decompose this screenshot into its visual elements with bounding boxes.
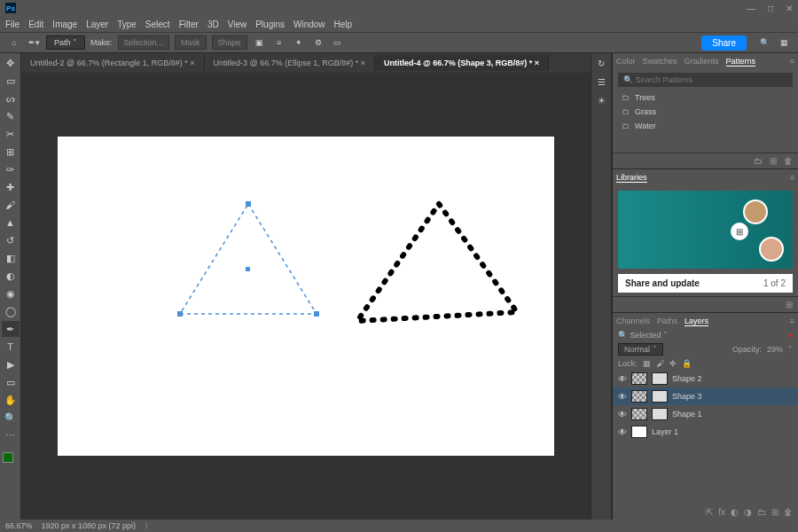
history-panel-icon[interactable]: ↻ bbox=[598, 59, 605, 68]
group-icon[interactable]: 🗀 bbox=[757, 507, 766, 517]
layer-row-shape-2[interactable]: 👁 Shape 2 bbox=[613, 370, 798, 387]
document-tab-2[interactable]: Untitled-4 @ 66.7% (Shape 3, RGB/8#) * × bbox=[375, 55, 549, 71]
share-button[interactable]: Share bbox=[701, 35, 747, 51]
lock-pixels-icon[interactable]: 🖌 bbox=[656, 359, 664, 368]
tab-swatches[interactable]: Swatches bbox=[643, 57, 677, 66]
lasso-tool[interactable]: ᔕ bbox=[2, 90, 20, 106]
edit-toolbar[interactable]: ⋯ bbox=[2, 427, 20, 443]
canvas-viewport[interactable] bbox=[21, 73, 591, 520]
layer-row-shape-3[interactable]: 👁 Shape 3 bbox=[613, 387, 798, 405]
tab-patterns[interactable]: Patterns bbox=[726, 57, 756, 66]
document-tab-0[interactable]: Untitled-2 @ 66.7% (Rectangle 1, RGB/8#)… bbox=[21, 55, 205, 71]
tab-gradients[interactable]: Gradients bbox=[685, 57, 719, 66]
zoom-tool[interactable]: 🔍 bbox=[2, 410, 20, 426]
triangle-dotted-shape[interactable] bbox=[350, 199, 528, 332]
workspace-icon[interactable]: ▦ bbox=[777, 35, 791, 50]
mode-select[interactable]: Path ˅ bbox=[46, 35, 85, 50]
triangle-path-selected[interactable] bbox=[173, 199, 324, 323]
healing-tool[interactable]: ✚ bbox=[2, 179, 20, 195]
frame-tool[interactable]: ⊞ bbox=[2, 144, 20, 160]
fx-icon[interactable]: fx bbox=[718, 507, 725, 517]
document-tab-1[interactable]: Untitled-3 @ 66.7% (Ellipse 1, RGB/8#) *… bbox=[205, 55, 375, 71]
eyedropper-tool[interactable]: ✑ bbox=[2, 161, 20, 177]
pattern-folder-grass[interactable]: 🗀Grass bbox=[613, 105, 798, 119]
quick-select-tool[interactable]: ✎ bbox=[2, 108, 20, 124]
arrange-icon[interactable]: ✦ bbox=[292, 35, 306, 50]
gradient-tool[interactable]: ◐ bbox=[2, 268, 20, 284]
history-brush-tool[interactable]: ↺ bbox=[2, 232, 20, 248]
layer-row-shape-1[interactable]: 👁 Shape 1 bbox=[613, 405, 798, 423]
adjustment-icon[interactable]: ◑ bbox=[744, 507, 752, 517]
menu-edit[interactable]: Edit bbox=[28, 20, 43, 29]
visibility-icon[interactable]: 👁 bbox=[618, 427, 627, 437]
panel-menu-icon[interactable]: ≡ bbox=[790, 317, 794, 325]
minimize-button[interactable]: — bbox=[747, 4, 755, 13]
menu-layer[interactable]: Layer bbox=[86, 20, 108, 29]
rubber-band-icon[interactable]: ▭ bbox=[331, 35, 345, 50]
close-button[interactable]: ✕ bbox=[786, 4, 793, 13]
mask-icon[interactable]: ◐ bbox=[731, 507, 739, 517]
marquee-tool[interactable]: ▭ bbox=[2, 73, 20, 89]
dodge-tool[interactable]: ◯ bbox=[2, 303, 20, 319]
type-tool[interactable]: T bbox=[2, 339, 20, 355]
path-select-tool[interactable]: ▶ bbox=[2, 356, 20, 372]
menu-plugins[interactable]: Plugins bbox=[255, 20, 285, 29]
lock-position-icon[interactable]: ✥ bbox=[669, 359, 677, 368]
maximize-button[interactable]: □ bbox=[768, 4, 773, 13]
brush-tool[interactable]: 🖌 bbox=[2, 197, 20, 213]
hand-tool[interactable]: ✋ bbox=[2, 392, 20, 408]
gear-icon[interactable]: ⚙ bbox=[311, 35, 325, 50]
opacity-value[interactable]: 29% bbox=[767, 345, 783, 354]
zoom-level[interactable]: 66.67% bbox=[5, 521, 33, 530]
pattern-folder-water[interactable]: 🗀Water bbox=[613, 119, 798, 133]
new-group-icon[interactable]: 🗀 bbox=[754, 156, 763, 166]
visibility-icon[interactable]: 👁 bbox=[618, 392, 627, 402]
adjustments-panel-icon[interactable]: ☀ bbox=[598, 96, 606, 106]
panel-menu-icon[interactable]: ≡ bbox=[790, 57, 794, 66]
color-swatches[interactable] bbox=[3, 449, 19, 465]
pen-tool[interactable]: ✒ bbox=[2, 321, 20, 337]
stamp-tool[interactable]: ▲ bbox=[2, 215, 20, 231]
visibility-icon[interactable]: 👁 bbox=[618, 410, 627, 419]
menu-type[interactable]: Type bbox=[117, 20, 137, 29]
tab-paths[interactable]: Paths bbox=[657, 317, 677, 325]
selection-button[interactable]: Selection... bbox=[118, 35, 170, 50]
move-tool[interactable]: ✥ bbox=[2, 55, 20, 71]
delete-pattern-icon[interactable]: 🗑 bbox=[784, 156, 793, 166]
shape-tool[interactable]: ▭ bbox=[2, 374, 20, 390]
new-layer-icon[interactable]: ⊞ bbox=[771, 507, 778, 517]
blur-tool[interactable]: ◉ bbox=[2, 286, 20, 301]
home-icon[interactable]: ⌂ bbox=[7, 35, 21, 50]
filter-toggle[interactable]: ● bbox=[788, 331, 793, 340]
add-library-icon[interactable]: ⊞ bbox=[786, 300, 793, 309]
menu-view[interactable]: View bbox=[228, 20, 247, 29]
libraries-preview[interactable]: ⊞ bbox=[618, 191, 793, 269]
blend-mode-select[interactable]: Normal ˅ bbox=[618, 343, 663, 356]
menu-file[interactable]: File bbox=[5, 20, 20, 29]
tab-channels[interactable]: Channels bbox=[616, 317, 650, 325]
new-pattern-icon[interactable]: ⊞ bbox=[770, 156, 777, 166]
tab-libraries[interactable]: Libraries bbox=[616, 173, 647, 183]
menu-filter[interactable]: Filter bbox=[179, 20, 199, 29]
menu-window[interactable]: Window bbox=[293, 20, 325, 29]
properties-panel-icon[interactable]: ☰ bbox=[598, 77, 606, 87]
mask-button[interactable]: Mask bbox=[175, 35, 207, 50]
menu-image[interactable]: Image bbox=[52, 20, 77, 29]
canvas[interactable] bbox=[58, 137, 554, 456]
lock-transparency-icon[interactable]: ▦ bbox=[643, 359, 651, 368]
shape-button[interactable]: Shape bbox=[212, 35, 247, 50]
crop-tool[interactable]: ✂ bbox=[2, 126, 20, 142]
visibility-icon[interactable]: 👁 bbox=[618, 374, 627, 384]
panel-menu-icon[interactable]: ≡ bbox=[790, 173, 794, 182]
eraser-tool[interactable]: ◧ bbox=[2, 250, 20, 266]
patterns-search[interactable]: 🔍 Search Patterns bbox=[618, 73, 793, 87]
layer-row-layer-1[interactable]: 👁 Layer 1 bbox=[613, 423, 798, 441]
link-layers-icon[interactable]: ⇱ bbox=[706, 507, 713, 517]
menu-3d[interactable]: 3D bbox=[207, 20, 219, 29]
tool-preset-icon[interactable]: ✒▾ bbox=[27, 35, 41, 50]
pattern-folder-trees[interactable]: 🗀Trees bbox=[613, 90, 798, 105]
tab-color[interactable]: Color bbox=[616, 57, 636, 66]
lock-all-icon[interactable]: 🔒 bbox=[682, 359, 692, 368]
menu-help[interactable]: Help bbox=[334, 20, 353, 29]
path-ops-icon[interactable]: ▣ bbox=[253, 35, 267, 50]
